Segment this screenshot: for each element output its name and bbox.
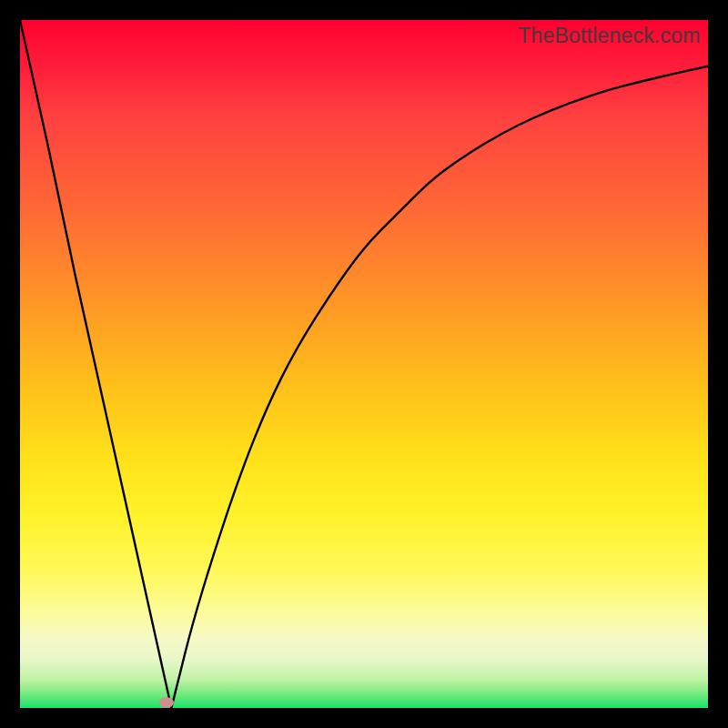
optimal-marker	[159, 697, 174, 708]
bottleneck-curve	[20, 20, 708, 708]
chart-frame: TheBottleneck.com	[0, 0, 728, 728]
plot-area: TheBottleneck.com	[20, 20, 708, 708]
